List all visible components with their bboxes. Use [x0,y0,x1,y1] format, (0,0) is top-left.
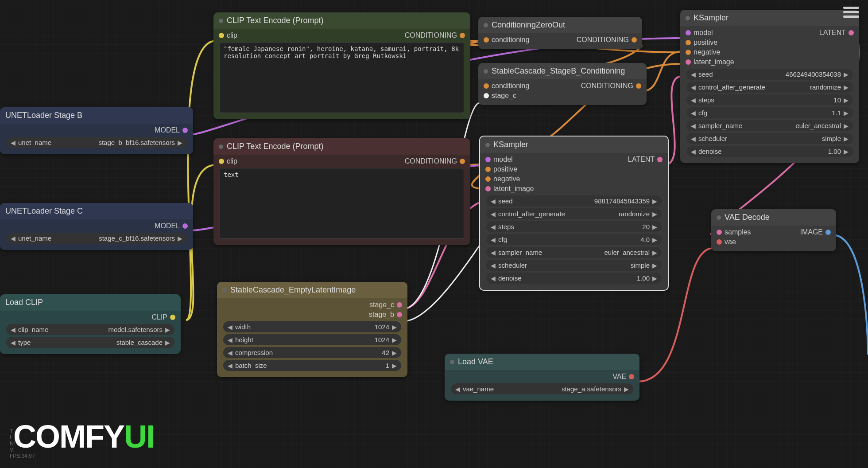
output-stage-b[interactable]: stage_b [369,311,402,319]
input-model[interactable]: model [686,29,713,37]
node-title[interactable]: UNETLoader Stage C [0,203,193,219]
node-conditioning-zero-out[interactable]: ConditioningZeroOut conditioning CONDITI… [478,17,642,49]
widget-compression[interactable]: ◀compression42▶ [223,347,401,358]
widget-batch-size[interactable]: ◀batch_size1▶ [223,360,401,371]
output-latent[interactable]: LATENT [628,156,663,164]
node-empty-latent-image[interactable]: StableCascade_EmptyLatentImage stage_c s… [217,282,407,377]
widget-scheduler[interactable]: ◀schedulersimple▶ [686,133,853,144]
chevron-right-icon[interactable]: ▶ [178,235,182,242]
output-conditioning[interactable]: CONDITIONING [405,157,465,165]
node-title[interactable]: Load VAE [445,354,639,370]
output-vae[interactable]: VAE [612,373,634,381]
input-positive[interactable]: positive [686,39,717,47]
input-clip[interactable]: clip [219,31,237,39]
collapse-icon[interactable] [222,288,227,292]
node-load-clip[interactable]: Load CLIP CLIP ◀clip_namemodel.safetenso… [0,294,181,354]
widget-sampler-name[interactable]: ◀sampler_nameeuler_ancestral▶ [686,120,853,131]
widget-seed[interactable]: ◀seed988174845843359▶ [486,195,662,207]
widget-height[interactable]: ◀height1024▶ [223,334,401,345]
prompt-textarea[interactable]: "female Japanese ronin", heroine, katana… [220,42,464,113]
node-stageb-conditioning[interactable]: StableCascade_StageB_Conditioning condit… [478,63,647,105]
widget-unet-name[interactable]: ◀ unet_name stage_b_bf16.safetensors ▶ [6,137,187,148]
node-unetloader-stage-b[interactable]: UNETLoader Stage B MODEL ◀ unet_name sta… [0,107,193,154]
node-title[interactable]: StableCascade_StageB_Conditioning [478,63,647,79]
prompt-textarea[interactable]: text [220,168,464,239]
node-title[interactable]: CLIP Text Encode (Prompt) [213,138,470,155]
widget-clip-name[interactable]: ◀clip_namemodel.safetensors▶ [6,324,174,335]
widget-seed[interactable]: ◀seed466249400354038▶ [686,69,853,80]
widget-vae-name[interactable]: ◀vae_namestage_a.safetensors▶ [451,383,633,394]
widget-steps[interactable]: ◀steps10▶ [686,94,853,105]
widget-cfg[interactable]: ◀cfg4.0▶ [486,234,662,245]
input-latent-image[interactable]: latent_image [686,58,734,66]
output-stage-c[interactable]: stage_c [369,301,402,309]
output-image[interactable]: IMAGE [800,228,831,236]
widget-width[interactable]: ◀width1024▶ [223,321,401,332]
input-conditioning[interactable]: conditioning [484,82,529,90]
output-model[interactable]: MODEL [155,222,188,230]
widget-cfg[interactable]: ◀cfg1.1▶ [686,107,853,118]
node-load-vae[interactable]: Load VAE VAE ◀vae_namestage_a.safetensor… [445,354,639,401]
node-clip-text-encode-positive[interactable]: CLIP Text Encode (Prompt) clip CONDITION… [213,12,470,119]
hamburger-menu-icon[interactable] [843,4,859,20]
node-title[interactable]: KSampler [680,10,859,26]
collapse-icon[interactable] [484,23,488,27]
output-conditioning[interactable]: CONDITIONING [581,82,641,90]
collapse-icon[interactable] [484,69,488,74]
input-negative[interactable]: negative [485,175,520,183]
input-negative[interactable]: negative [686,48,721,56]
collapse-icon[interactable] [219,144,223,149]
node-title[interactable]: CLIP Text Encode (Prompt) [213,12,470,29]
input-latent-image[interactable]: latent_image [485,185,534,193]
input-vae[interactable]: vae [717,238,736,246]
collapse-icon[interactable] [717,215,721,220]
output-model[interactable]: MODEL [155,126,188,134]
node-title[interactable]: StableCascade_EmptyLatentImage [217,282,407,298]
node-title[interactable]: ConditioningZeroOut [478,17,642,33]
widget-control-after-generate[interactable]: ◀control_after_generaterandomize▶ [686,82,853,93]
node-unetloader-stage-c[interactable]: UNETLoader Stage C MODEL ◀ unet_name sta… [0,203,193,250]
node-title[interactable]: UNETLoader Stage B [0,107,193,124]
input-model[interactable]: model [485,156,513,164]
output-latent[interactable]: LATENT [819,29,854,37]
widget-sampler-name[interactable]: ◀sampler_nameeuler_ancestral▶ [486,247,662,258]
collapse-icon[interactable] [219,19,223,23]
input-stage-c[interactable]: stage_c [484,92,516,100]
node-title[interactable]: Load CLIP [0,294,181,311]
collapse-icon[interactable] [686,16,690,20]
node-ksampler-2[interactable]: KSampler modelLATENT positive negative l… [680,10,859,163]
input-positive[interactable]: positive [485,165,517,173]
widget-unet-name[interactable]: ◀ unet_name stage_c_bf16.safetensors ▶ [6,233,187,244]
widget-denoise[interactable]: ◀denoise1.00▶ [486,273,662,284]
node-title[interactable]: VAE Decode [711,209,836,226]
widget-type[interactable]: ◀typestable_cascade▶ [6,337,174,348]
collapse-icon[interactable] [450,360,454,364]
collapse-icon[interactable] [485,143,490,147]
output-conditioning[interactable]: CONDITIONING [405,31,465,39]
input-clip[interactable]: clip [219,157,237,165]
node-title[interactable]: KSampler [480,136,668,153]
node-clip-text-encode-negative[interactable]: CLIP Text Encode (Prompt) clip CONDITION… [213,138,470,245]
chevron-left-icon[interactable]: ◀ [11,235,16,242]
chevron-right-icon[interactable]: ▶ [178,139,182,146]
comfyui-logo: COMFYUI [13,418,154,455]
node-vae-decode[interactable]: VAE Decode samplesIMAGE vae [711,209,836,251]
widget-steps[interactable]: ◀steps20▶ [486,221,662,232]
input-samples[interactable]: samples [717,228,751,236]
node-ksampler-1[interactable]: KSampler modelLATENT positive negative l… [479,136,669,291]
output-clip[interactable]: CLIP [151,313,175,321]
chevron-left-icon[interactable]: ◀ [11,139,16,146]
input-conditioning[interactable]: conditioning [484,36,529,44]
widget-control-after-generate[interactable]: ◀control_after_generaterandomize▶ [486,208,662,219]
widget-denoise[interactable]: ◀denoise1.00▶ [686,146,853,157]
widget-scheduler[interactable]: ◀schedulersimple▶ [486,260,662,271]
output-conditioning[interactable]: CONDITIONING [577,36,637,44]
